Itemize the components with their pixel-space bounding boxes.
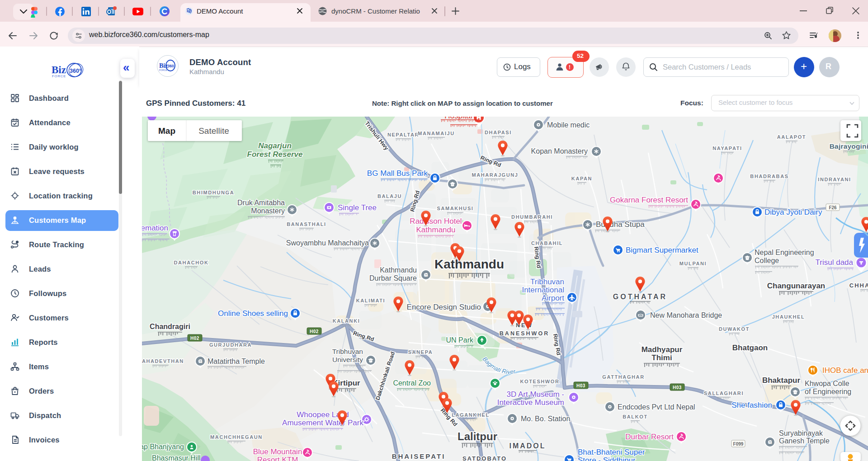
svg-text:Nepal Engineering: Nepal Engineering [755,249,814,256]
svg-text:Airport: Airport [542,294,564,302]
svg-text:Bhaktapur: Bhaktapur [762,376,800,385]
svg-text:KOTESHWOR: KOTESHWOR [520,379,559,384]
svg-text:BANASTHALI: BANASTHALI [287,221,326,227]
svg-text:Monastery: Monastery [251,207,285,215]
svg-text:360°: 360° [70,68,81,74]
svg-text:DHUMBARAHI: DHUMBARAHI [511,214,553,220]
svg-text:Map: Map [158,126,175,136]
svg-text:GURJUDHARA: GURJUDHARA [209,342,252,348]
svg-text:Changunarayan: Changunarayan [767,282,825,290]
svg-text:Kopan Monastery: Kopan Monastery [531,147,588,155]
svg-text:CHHALIN: CHHALIN [849,282,868,289]
svg-text:SALLAGHARI: SALLAGHARI [704,390,744,396]
svg-text:IHOB cafe and: IHOB cafe and [822,366,868,375]
svg-text:Gokarna Forest Resort: Gokarna Forest Resort [610,196,688,204]
svg-text:LAGANKHEL: LAGANKHEL [452,412,489,418]
svg-text:DUWAKOT: DUWAKOT [719,326,750,332]
svg-text:Online Shoes selling: Online Shoes selling [218,309,288,318]
svg-text:KALIMATI: KALIMATI [356,298,386,303]
svg-text:Blue Mountain: Blue Mountain [253,447,302,456]
svg-text:emation: emation [142,224,168,232]
svg-text:International: International [522,286,564,294]
svg-text:Druk Amitabha: Druk Amitabha [237,199,285,207]
svg-text:BG Mall Bus Park: BG Mall Bus Park [367,169,428,178]
svg-text:H03: H03 [576,383,585,388]
svg-text:MULPANI: MULPANI [679,261,707,266]
svg-text:DHAPASI: DHAPASI [485,130,512,135]
svg-text:Mobile medic: Mobile medic [547,121,590,129]
svg-text:FORCE: FORCE [52,74,66,78]
svg-text:ap Bhanjyang: ap Bhanjyang [142,443,184,451]
svg-text:NAYAPATI: NAYAPATI [712,146,742,151]
svg-text:KALANKI: KALANKI [333,318,360,324]
svg-text:NEPALTAR: NEPALTAR [387,132,419,137]
svg-text:SATDOBATO: SATDOBATO [462,455,507,461]
svg-text:UN Park: UN Park [446,336,474,344]
svg-text:Central Zoo: Central Zoo [393,379,431,387]
svg-text:INDRAYANI: INDRAYANI [818,177,851,182]
svg-text:BHAISEPATI: BHAISEPATI [392,452,446,460]
svg-text:BALAJU: BALAJU [377,193,402,199]
svg-text:Madhyapur: Madhyapur [642,345,683,354]
svg-text:MACHCHHEGAUN: MACHCHHEGAUN [210,434,263,440]
svg-text:SANEPA: SANEPA [408,349,433,355]
svg-text:Swoyambhu Mahachaitya: Swoyambhu Mahachaitya [286,239,369,247]
svg-text:Amusement Water Park: Amusement Water Park [282,419,363,427]
svg-text:College: College [755,257,779,264]
svg-text:B: B [187,9,189,13]
svg-text:BALKOT: BALKOT [623,414,647,419]
svg-text:Interactive Museum: Interactive Museum [497,398,564,407]
svg-text:3D Art Museum -: 3D Art Museum - [506,390,564,399]
svg-text:Encore Design Studio: Encore Design Studio [407,303,481,311]
svg-text:MAHADEVTHAN: MAHADEVTHAN [142,358,184,364]
svg-text:University: University [332,356,363,363]
svg-text:Durbar Resort: Durbar Resort [625,433,674,441]
svg-text:KAPAN: KAPAN [571,176,592,181]
svg-text:Store - Siddhipur: Store - Siddhipur [578,456,636,461]
svg-text:CHABAHIL: CHABAHIL [531,240,563,246]
svg-text:She fashion: She fashion [731,401,772,409]
svg-text:Durbar Square: Durbar Square [369,274,417,282]
svg-text:Endcodes Pvt Ltd Nepal: Endcodes Pvt Ltd Nepal [618,403,695,411]
svg-text:Khwopa Colle: Khwopa Colle [805,380,849,387]
svg-text:H03: H03 [673,385,682,390]
svg-text:Satellite: Satellite [198,126,229,136]
svg-text:Kathmandu: Kathmandu [380,266,417,274]
svg-text:Tribhuvan: Tribhuvan [332,348,363,355]
svg-text:SAMAKHUSI: SAMAKHUSI [437,206,473,211]
svg-text:MAHARAJGUNJ: MAHARAJGUNJ [472,172,518,178]
svg-text:Kathmandu: Kathmandu [416,226,456,234]
svg-text:Bigmart Supermarket: Bigmart Supermarket [626,246,698,254]
svg-text:Bhasmasur Hill: Bhasmasur Hill [152,454,201,461]
svg-text:Lalitpur: Lalitpur [458,430,497,442]
svg-text:Trisul dada: Trisul dada [816,258,854,267]
svg-text:GATTHAGHAR: GATTHAGHAR [602,374,644,380]
svg-text:Forest Reserve: Forest Reserve [247,150,303,159]
svg-text:360: 360 [168,64,174,68]
svg-text:Bhat-Bhateni Super: Bhat-Bhateni Super [578,448,645,456]
svg-text:New Manohara Bridge: New Manohara Bridge [650,311,722,319]
svg-text:IMADOL: IMADOL [509,442,546,450]
svg-text:F099: F099 [733,442,744,447]
svg-text:Ganesh Temple: Ganesh Temple [779,437,830,445]
svg-text:MANAMAIJU: MANAMAIJU [418,131,455,136]
svg-text:Kathmandu: Kathmandu [434,257,504,271]
svg-text:of Engineering: of Engineering [805,388,851,395]
svg-text:F26: F26 [829,205,837,210]
svg-text:AALAPOT: AALAPOT [777,134,806,140]
svg-text:H02: H02 [310,329,319,334]
svg-text:Resort KTM: Resort KTM [257,456,298,461]
svg-text:DAHACHOK: DAHACHOK [174,260,209,265]
svg-text:Matatirtha Temple: Matatirtha Temple [208,358,265,365]
svg-text:Chandragiri: Chandragiri [150,323,190,330]
svg-text:JHAUKHEL: JHAUKHEL [772,314,805,320]
svg-text:Nagarjun: Nagarjun [258,141,292,150]
svg-text:Thimi: Thimi [651,353,672,362]
svg-text:Suryabinayak: Suryabinayak [779,429,823,437]
svg-text:GOTHATAR: GOTHATAR [613,293,667,301]
svg-text:Radisson Hotel: Radisson Hotel [410,217,462,226]
svg-text:Tribhuvan: Tribhuvan [530,278,564,286]
svg-text:Mo. Bo. Station: Mo. Bo. Station [521,415,570,423]
svg-text:BANESHWOR: BANESHWOR [500,330,549,337]
svg-text:Bajrayogini: Bajrayogini [830,142,868,150]
